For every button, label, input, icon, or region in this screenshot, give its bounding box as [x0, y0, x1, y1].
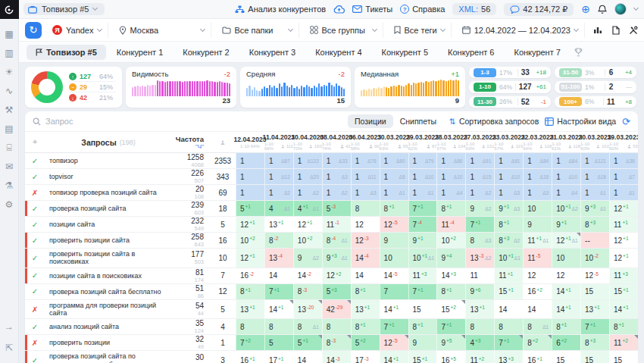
monitor-icon[interactable]: ⌸ [6, 143, 11, 152]
groups-select[interactable]: Все группы [304, 23, 383, 38]
position-cell[interactable]: 12+1 [609, 249, 638, 268]
position-cell[interactable]: 14 [523, 300, 552, 319]
position-cell[interactable]: 1Δ121 [580, 153, 609, 168]
position-cell[interactable]: 7+1 [380, 319, 408, 334]
position-cell[interactable]: 1Δ91 [465, 153, 494, 168]
position-cell[interactable]: 14+3 [436, 268, 465, 283]
position-cell[interactable]: 10+2 [293, 233, 322, 248]
position-cell[interactable]: 7-4 [408, 217, 437, 232]
range-stat-51-100[interactable]: 51-1001%2— [555, 81, 636, 92]
help-button[interactable]: ? Справка [400, 5, 445, 14]
position-cell[interactable]: 8 [465, 319, 494, 334]
position-cell[interactable]: 7+1 [494, 335, 523, 350]
date-column-header[interactable]: 29.03.20231-10 62% 97 [408, 132, 437, 152]
position-cell[interactable]: 1Δ2 [264, 185, 293, 200]
query-cell[interactable]: проверить позиции сайта в поисковиках [45, 249, 172, 268]
position-cell[interactable]: 14-2 [293, 268, 322, 283]
position-cell[interactable]: 14-4 [351, 249, 380, 268]
export-report-icon[interactable] [611, 26, 620, 35]
query-cell[interactable]: анализ позиций сайта [45, 319, 172, 334]
snippets-tab[interactable]: Сниппеты [393, 114, 443, 128]
sort-queries-button[interactable]: ⇅ Сортировка запросов [449, 117, 539, 126]
position-cell[interactable]: 11+1 [609, 217, 638, 232]
date-column-header[interactable]: 27.03.20231-10 63% 131 [465, 132, 494, 152]
position-cell[interactable]: 8+3 [580, 217, 609, 232]
folders-select[interactable]: Все папки [216, 23, 299, 38]
expand-sidebar-icon[interactable]: → [5, 322, 14, 331]
date-column-header[interactable]: 12.04.20231-10 64% [236, 132, 264, 152]
position-cell[interactable]: 14 [293, 351, 322, 363]
position-cell[interactable]: 12+1 [609, 233, 638, 248]
position-cell[interactable]: 14+1 [609, 300, 638, 319]
position-cell[interactable]: 1Δ84 [523, 153, 552, 168]
position-cell[interactable]: 12 [523, 268, 552, 283]
view-settings-button[interactable]: Настройки вида [545, 117, 616, 126]
tab-competitor-2[interactable]: Конкурент 2 [174, 45, 238, 60]
position-cell[interactable]: 1Δ3 [523, 185, 552, 200]
query-cell[interactable]: топвизор проверка позиций сайта [45, 185, 172, 200]
position-cell[interactable]: 9+3Δ1 [580, 201, 609, 216]
position-cell[interactable]: 8+1 [351, 319, 380, 334]
visitors-column-header[interactable] [210, 132, 236, 152]
position-cell[interactable]: 1 [236, 153, 264, 168]
position-cell[interactable]: 5+1 [236, 201, 264, 216]
position-cell[interactable]: 8 [351, 201, 380, 216]
position-cell[interactable]: 9+5 [436, 335, 465, 350]
position-cell[interactable]: 8-2 [264, 233, 293, 248]
positions-icon[interactable]: ▥ [5, 49, 13, 58]
tab-competitor-6[interactable]: Конкурент 6 [439, 45, 503, 60]
position-cell[interactable]: 14 [494, 300, 523, 319]
position-cell[interactable]: -- [580, 233, 609, 248]
range-stat-1-10[interactable]: 1-1064%127+61 [469, 81, 551, 92]
position-cell[interactable]: 1Δ91 [494, 153, 523, 168]
tools-icon[interactable]: ⚒ [5, 105, 14, 114]
cross-icon[interactable]: ✗ [25, 335, 45, 350]
position-cell[interactable]: 12+2 [322, 268, 351, 283]
position-cell[interactable]: 13-20 [293, 300, 322, 319]
position-cell[interactable]: 13+1 [236, 300, 264, 319]
position-cell[interactable]: 17-3 [351, 351, 380, 363]
date-column-header[interactable]: 22.03.20231-10 64% 118 [523, 132, 552, 152]
check-icon[interactable]: ✓ [25, 319, 45, 334]
settings-icon[interactable]: ⚙ [5, 200, 14, 209]
position-cell[interactable]: 10+2 [236, 233, 264, 248]
user-avatar[interactable] [614, 3, 627, 15]
position-cell[interactable]: 15+2 [436, 300, 465, 319]
date-column-header[interactable]: 30.03.20231-10 63% 95 [380, 132, 408, 152]
query-cell[interactable]: проверить позиции [45, 335, 172, 350]
search-engine-select[interactable]: Я Yandex [46, 23, 108, 38]
position-cell[interactable]: 8-3 [322, 335, 351, 350]
position-cell[interactable]: 14+1 [552, 284, 580, 299]
project-selector[interactable]: Топвизор #5 [23, 3, 105, 15]
position-cell[interactable]: 10+2 [436, 233, 465, 248]
position-cell[interactable]: 13-3Δ2 [465, 249, 494, 268]
position-cell[interactable]: 1Δ33 [322, 153, 351, 168]
date-column-header[interactable]: 10.04.20231-10 70% 150 [293, 132, 322, 152]
position-cell[interactable]: 11-4 [436, 217, 465, 232]
position-cell[interactable]: 1 [236, 185, 264, 200]
position-cell[interactable]: 14+1 [380, 300, 408, 319]
position-cell[interactable]: 8 [264, 319, 293, 334]
check-icon[interactable]: ✓ [25, 217, 45, 232]
position-cell[interactable]: 9 [408, 335, 437, 350]
position-cell[interactable]: 1Δ10 [408, 169, 437, 184]
cross-icon[interactable]: ✗ [25, 185, 45, 200]
tags-select[interactable]: Все теги [388, 23, 452, 38]
position-cell[interactable]: 9Δ2 [293, 249, 322, 268]
range-stat-100+[interactable]: 100+6%11+8 [555, 96, 636, 108]
position-cell[interactable]: 7+1 [436, 319, 465, 334]
card-median[interactable]: Медианная+19 [355, 67, 465, 108]
position-cell[interactable]: 1Δ3 [494, 185, 523, 200]
position-cell[interactable]: 16+1 [523, 351, 552, 363]
position-cell[interactable]: 8-3 [293, 284, 322, 299]
date-column-header[interactable]: 08.04.20231-10 74% 42 [322, 132, 351, 152]
range-stat-1-3[interactable]: 1-317%33+18 [469, 67, 551, 78]
position-cell[interactable]: 13+1 [264, 217, 293, 232]
position-cell[interactable]: 14-5 [380, 268, 408, 283]
position-cell[interactable]: 1Δ122 [293, 153, 322, 168]
position-cell[interactable]: 5-3 [322, 201, 351, 216]
position-cell[interactable]: 8+1 [380, 201, 408, 216]
position-cell[interactable]: 11+3 [609, 268, 638, 283]
position-cell[interactable]: 1Δ11 [351, 169, 380, 184]
topvisor-logo-icon[interactable] [0, 0, 19, 19]
